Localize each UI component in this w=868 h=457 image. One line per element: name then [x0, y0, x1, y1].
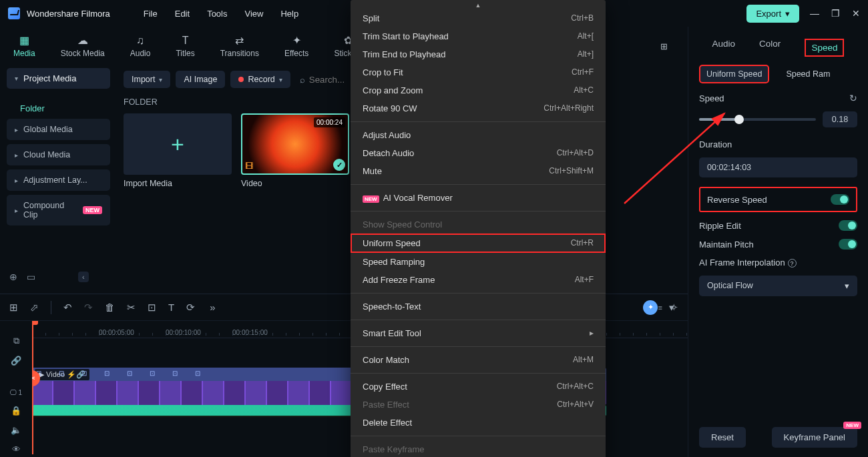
folder-active[interactable]: Folder: [7, 98, 110, 119]
text-icon[interactable]: T: [168, 302, 174, 313]
ctx-rotate-90-cw[interactable]: Rotate 90 CWCtrl+Alt+Right: [351, 99, 606, 117]
folder-icon[interactable]: ▭: [27, 272, 35, 282]
cut-icon[interactable]: ✂: [127, 302, 136, 314]
speed-slider[interactable]: [699, 118, 816, 121]
ctx-speed-ramping[interactable]: Speed Ramping: [351, 253, 606, 271]
ctx-crop-to-fit[interactable]: Crop to FitCtrl+F: [351, 63, 606, 81]
menubar: File Edit Tools View Help: [144, 9, 298, 19]
close-icon[interactable]: ✕: [852, 8, 860, 19]
tab-audio[interactable]: ♫Audio: [130, 35, 151, 58]
ripple-toggle[interactable]: [839, 220, 857, 231]
tab-effects[interactable]: ✦Effects: [284, 35, 308, 58]
tab-media[interactable]: ▦Media: [13, 35, 35, 58]
duration-field[interactable]: 00:02:14:03: [699, 157, 857, 177]
sidebar-item-compound-clip[interactable]: ▸Compound ClipNEW: [7, 195, 110, 225]
ctx-crop-and-zoom[interactable]: Crop and ZoomAlt+C: [351, 81, 606, 99]
density-icon[interactable]: ≡: [658, 304, 662, 312]
ai-image-button[interactable]: AI Image: [176, 71, 225, 88]
new-badge: NEW: [83, 206, 102, 214]
link-icon[interactable]: 🔗: [11, 356, 21, 366]
delete-icon[interactable]: 🗑: [105, 302, 115, 313]
speed-value[interactable]: 0.18: [823, 111, 857, 127]
tab-titles[interactable]: TTitles: [176, 35, 194, 58]
crop-icon[interactable]: ⊡: [148, 302, 156, 314]
text-icon: T: [179, 35, 192, 47]
mute-icon[interactable]: 🔈: [11, 425, 21, 435]
project-media-button[interactable]: ▾Project Media: [7, 68, 110, 89]
playhead[interactable]: ✂: [32, 321, 33, 454]
interpolation-select[interactable]: Optical Flow▾: [699, 276, 857, 296]
ctx-ai-vocal-remover[interactable]: NEWAI Vocal Remover: [351, 189, 606, 207]
folder-add-icon[interactable]: ⊕: [9, 272, 17, 282]
ctx-delete-effect[interactable]: Delete Effect: [351, 414, 606, 432]
more-icon[interactable]: »: [210, 302, 215, 313]
ctx-color-match[interactable]: Color MatchAlt+M: [351, 351, 606, 369]
eye-icon[interactable]: 👁: [12, 444, 21, 454]
record-button[interactable]: Record▾: [230, 71, 290, 88]
ctx-trim-start-to-playhead[interactable]: Trim Start to PlayheadAlt+[: [351, 27, 606, 45]
ctx-add-freeze-frame[interactable]: Add Freeze FrameAlt+F: [351, 271, 606, 289]
menu-edit[interactable]: Edit: [175, 9, 190, 19]
ctx-adjust-audio[interactable]: Adjust Audio: [351, 126, 606, 144]
keyframe-panel-button[interactable]: Keyframe PanelNEW: [772, 427, 858, 448]
lock-icon[interactable]: 🔒: [11, 406, 21, 416]
tab-stock-media[interactable]: ☁Stock Media: [61, 35, 105, 58]
grid-icon[interactable]: ⊞: [9, 302, 18, 314]
ctx-mute[interactable]: MuteCtrl+Shift+M: [351, 162, 606, 180]
cursor-icon[interactable]: ⬀: [30, 302, 39, 314]
sidebar-item-adjustment-layer[interactable]: ▸Adjustment Lay...: [7, 169, 110, 191]
menu-file[interactable]: File: [144, 9, 158, 19]
ctx-uniform-speed[interactable]: Uniform SpeedCtrl+R: [351, 234, 606, 253]
menu-help[interactable]: Help: [280, 9, 298, 19]
ctx-split[interactable]: SplitCtrl+B: [351, 9, 606, 27]
tab-audio[interactable]: Audio: [712, 39, 736, 57]
layers-icon[interactable]: ⧉: [13, 336, 19, 346]
speed-label: Speed: [699, 93, 724, 103]
ripple-label: Ripple Edit: [699, 221, 741, 231]
tab-transitions[interactable]: ⇄Transitions: [220, 35, 259, 58]
reset-button[interactable]: Reset: [699, 427, 746, 448]
ctx-trim-end-to-playhead[interactable]: Trim End to PlayheadAlt+]: [351, 45, 606, 63]
music-icon: ♫: [134, 35, 147, 47]
duration-label: Duration: [699, 139, 732, 149]
redo-icon[interactable]: ↷: [84, 302, 93, 314]
ctx-copy-effect[interactable]: Copy EffectCtrl+Alt+C: [351, 378, 606, 396]
reset-icon[interactable]: ↻: [849, 93, 857, 103]
ctx-smart-edit-tool[interactable]: Smart Edit Tool▸: [351, 324, 606, 342]
tab-color[interactable]: Color: [759, 39, 781, 57]
subtab-speed-ramping[interactable]: Speed Ram: [779, 65, 837, 83]
help-icon[interactable]: ?: [788, 259, 797, 268]
timeline-left-controls: ⧉ 🔗 🖵 1 🔒 🔈 👁: [0, 321, 32, 454]
export-button[interactable]: Export▾: [746, 5, 799, 23]
chevron-down-icon[interactable]: ▾: [669, 302, 674, 314]
ctx-paste-keyframe: Paste Keyframe: [351, 440, 606, 457]
plus-icon: +: [171, 131, 184, 157]
tab-speed[interactable]: Speed: [805, 39, 844, 57]
menu-tools[interactable]: Tools: [207, 9, 227, 19]
new-badge: NEW: [843, 422, 861, 429]
reverse-toggle[interactable]: [831, 194, 849, 205]
maximize-icon[interactable]: ❐: [831, 8, 840, 19]
collapse-icon[interactable]: ‹: [78, 272, 89, 282]
scroll-up-icon[interactable]: ▲: [351, 0, 606, 9]
subtab-uniform-speed[interactable]: Uniform Speed: [699, 65, 769, 83]
grid-icon[interactable]: ⊞: [660, 41, 668, 51]
thumb-caption: Video: [241, 179, 349, 188]
minimize-icon[interactable]: —: [810, 8, 819, 19]
search-input[interactable]: ⌕: [300, 75, 349, 85]
frame-icon[interactable]: 🖵 1: [10, 389, 22, 396]
import-media-thumb[interactable]: +: [124, 113, 232, 175]
pitch-toggle[interactable]: [839, 239, 857, 250]
import-button[interactable]: Import▾: [124, 71, 170, 88]
ctx-speech-to-text[interactable]: Speech-to-Text: [351, 298, 606, 316]
menu-view[interactable]: View: [244, 9, 263, 19]
undo-icon[interactable]: ↶: [63, 302, 72, 314]
ai-frame-label: AI Frame Interpolation?: [699, 258, 797, 268]
refresh-icon[interactable]: ⟳: [186, 302, 195, 314]
sidebar-item-global-media[interactable]: ▸Global Media: [7, 119, 110, 140]
ctx-detach-audio[interactable]: Detach AudioCtrl+Alt+D: [351, 144, 606, 162]
video-thumb[interactable]: 00:00:24 🎞 ✓: [241, 113, 349, 175]
context-menu: ▲ SplitCtrl+BTrim Start to PlayheadAlt+[…: [351, 0, 606, 457]
ctx-show-speed-control: Show Speed Control: [351, 215, 606, 234]
sidebar-item-cloud-media[interactable]: ▸Cloud Media: [7, 144, 110, 165]
